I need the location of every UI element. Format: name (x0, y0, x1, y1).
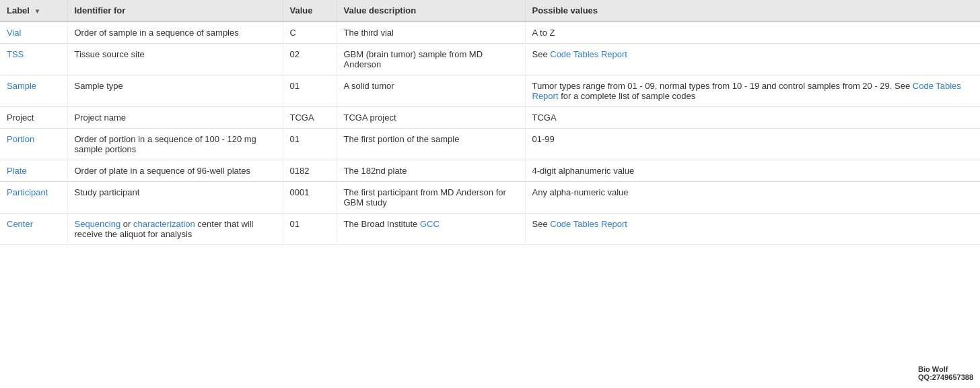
cell-possible: 01-99 (525, 129, 980, 160)
cell-value: 01 (283, 75, 337, 107)
label-link[interactable]: Center (7, 219, 33, 229)
main-container: Label ▼ Identifier for Value Value descr… (0, 0, 980, 388)
watermark-line1: Bio Wolf (918, 365, 948, 373)
cell-identifier: Sample type (67, 75, 283, 107)
header-possible-text: Possible values (532, 5, 598, 15)
possible-prefix: See (532, 219, 551, 229)
table-row: VialOrder of sample in a sequence of sam… (0, 22, 980, 44)
header-desc: Value description (337, 0, 525, 22)
header-label[interactable]: Label ▼ (0, 0, 67, 22)
cell-label: Vial (0, 22, 67, 44)
possible-prefix: Tumor types range from 01 - 09, normal t… (532, 81, 913, 91)
cell-desc: The 182nd plate (337, 160, 525, 182)
cell-desc: TCGA project (337, 107, 525, 129)
cell-desc: GBM (brain tumor) sample from MD Anderso… (337, 44, 525, 75)
cell-desc: The Broad Institute GCC (337, 214, 525, 245)
label-link[interactable]: Plate (7, 166, 27, 176)
table-body: VialOrder of sample in a sequence of sam… (0, 22, 980, 245)
identifier-link[interactable]: Sequencing (75, 219, 121, 229)
header-value: Value (283, 0, 337, 22)
cell-desc: The first portion of the sample (337, 129, 525, 160)
cell-possible: Tumor types range from 01 - 09, normal t… (525, 75, 980, 107)
header-label-text: Label (7, 5, 30, 15)
header-identifier: Identifier for (67, 0, 283, 22)
desc-text: The Broad Institute (344, 219, 420, 229)
table-row: SampleSample type01A solid tumorTumor ty… (0, 75, 980, 107)
table-row: TSSTissue source site02GBM (brain tumor)… (0, 44, 980, 75)
watermark-line2: QQ:2749657388 (918, 373, 973, 381)
cell-identifier: Order of plate in a sequence of 96-well … (67, 160, 283, 182)
table-row: ParticipantStudy participant0001The firs… (0, 182, 980, 214)
table-row: ProjectProject nameTCGATCGA projectTCGA (0, 107, 980, 129)
sort-icon: ▼ (34, 7, 41, 15)
cell-possible: Any alpha-numeric value (525, 182, 980, 214)
identifier-link[interactable]: characterization (133, 219, 195, 229)
identifier-text: or (120, 219, 133, 229)
cell-label: Center (0, 214, 67, 245)
cell-label: Portion (0, 129, 67, 160)
cell-label: Participant (0, 182, 67, 214)
table-row: PlateOrder of plate in a sequence of 96-… (0, 160, 980, 182)
cell-value: 0182 (283, 160, 337, 182)
table-row: CenterSequencing or characterization cen… (0, 214, 980, 245)
cell-identifier: Study participant (67, 182, 283, 214)
label-link[interactable]: Vial (7, 28, 21, 38)
cell-identifier: Order of portion in a sequence of 100 - … (67, 129, 283, 160)
cell-value: C (283, 22, 337, 44)
label-link[interactable]: Participant (7, 187, 48, 197)
cell-value: 01 (283, 129, 337, 160)
table-header-row: Label ▼ Identifier for Value Value descr… (0, 0, 980, 22)
possible-link[interactable]: Code Tables Report (550, 49, 627, 59)
desc-link[interactable]: GCC (420, 219, 440, 229)
cell-label: Sample (0, 75, 67, 107)
cell-label: TSS (0, 44, 67, 75)
cell-label: Plate (0, 160, 67, 182)
possible-prefix: See (532, 49, 551, 59)
cell-identifier: Project name (67, 107, 283, 129)
cell-possible: 4-digit alphanumeric value (525, 160, 980, 182)
possible-after: for a complete list of sample codes (559, 91, 696, 101)
cell-value: 01 (283, 214, 337, 245)
table-row: PortionOrder of portion in a sequence of… (0, 129, 980, 160)
label-text: Project (7, 112, 34, 123)
cell-value: 02 (283, 44, 337, 75)
cell-desc: The first participant from MD Anderson f… (337, 182, 525, 214)
cell-identifier: Sequencing or characterization center th… (67, 214, 283, 245)
cell-desc: The third vial (337, 22, 525, 44)
label-link[interactable]: TSS (7, 49, 24, 59)
data-table: Label ▼ Identifier for Value Value descr… (0, 0, 980, 245)
cell-label: Project (0, 107, 67, 129)
watermark: Bio Wolf QQ:2749657388 (918, 365, 973, 381)
cell-possible: A to Z (525, 22, 980, 44)
cell-possible: See Code Tables Report (525, 214, 980, 245)
cell-desc: A solid tumor (337, 75, 525, 107)
header-value-text: Value (290, 5, 313, 15)
cell-value: 0001 (283, 182, 337, 214)
cell-value: TCGA (283, 107, 337, 129)
cell-possible: TCGA (525, 107, 980, 129)
label-link[interactable]: Sample (7, 81, 36, 91)
possible-link[interactable]: Code Tables Report (550, 219, 627, 229)
cell-identifier: Order of sample in a sequence of samples (67, 22, 283, 44)
label-link[interactable]: Portion (7, 134, 34, 144)
cell-possible: See Code Tables Report (525, 44, 980, 75)
header-identifier-text: Identifier for (75, 5, 126, 15)
header-desc-text: Value description (344, 5, 417, 15)
header-possible: Possible values (525, 0, 980, 22)
cell-identifier: Tissue source site (67, 44, 283, 75)
